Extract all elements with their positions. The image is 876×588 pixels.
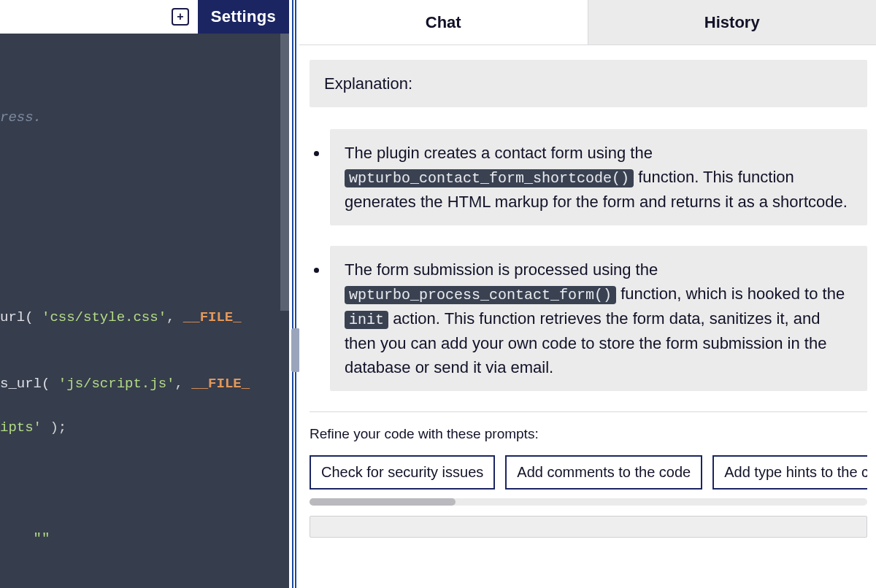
code-line <box>0 217 289 239</box>
inline-code: wpturbo_contact_form_shortcode() <box>345 169 634 187</box>
code-line <box>0 461 289 483</box>
code-line: s_url( 'js/script.js', __FILE_ <box>0 373 289 395</box>
code-line: url( 'css/style.css', __FILE_ <box>0 306 289 328</box>
explanation-item: The form submission is processed using t… <box>328 246 867 391</box>
refine-prompt-button[interactable]: Add type hints to the code <box>712 455 867 490</box>
section-divider <box>310 411 867 412</box>
explanation-text: The plugin creates a contact form using … <box>330 129 867 225</box>
code-line: ress. <box>0 107 289 128</box>
inline-code: init <box>345 311 388 329</box>
code-editor-body[interactable]: ress. url( 'css/style.css', __FILE_ s_ur… <box>0 34 289 588</box>
inline-code: wpturbo_process_contact_form() <box>345 286 616 304</box>
code-line <box>0 439 289 461</box>
explanation-text: The form submission is processed using t… <box>330 246 867 391</box>
refine-prompt-button[interactable]: Check for security issues <box>310 455 495 490</box>
plus-icon: + <box>172 8 189 26</box>
code-editor-panel: + Settings ress. url( 'css/style.css', _… <box>0 0 289 588</box>
code-line <box>0 239 289 261</box>
code-line <box>0 262 289 284</box>
code-line <box>0 395 289 417</box>
refine-prompt-row: Check for security issuesAdd comments to… <box>310 455 867 490</box>
tab-history[interactable]: History <box>588 0 877 45</box>
text-run: The plugin creates a contact form using … <box>345 144 653 162</box>
explanation-list: The plugin creates a contact form using … <box>310 129 867 391</box>
text-run: The form submission is processed using t… <box>345 260 658 279</box>
text-run: function, which is hooked to the <box>616 285 845 303</box>
code-line: ipts' ); <box>0 417 289 438</box>
scrollbar-thumb[interactable] <box>310 498 456 506</box>
code-line <box>0 328 289 350</box>
chat-panel: Chat History Explanation: The plugin cre… <box>299 0 876 588</box>
editor-vertical-scrollbar[interactable] <box>280 34 289 311</box>
tab-chat[interactable]: Chat <box>299 0 588 45</box>
explanation-item: The plugin creates a contact form using … <box>328 129 867 225</box>
code-line <box>0 196 289 217</box>
code-line <box>0 484 289 506</box>
text-run: action. This function retrieves the form… <box>345 309 826 376</box>
code-line <box>0 284 289 306</box>
code-line <box>0 173 289 195</box>
add-button[interactable]: + <box>167 6 193 28</box>
code-line <box>0 350 289 372</box>
chat-tabs: Chat History <box>299 0 876 45</box>
code-line <box>0 506 289 527</box>
chat-content: Explanation: The plugin creates a contac… <box>299 45 876 588</box>
code-line <box>0 151 289 173</box>
refine-prompts-label: Refine your code with these prompts: <box>310 424 867 445</box>
code-line: "" <box>0 527 289 549</box>
prompt-horizontal-scrollbar[interactable] <box>310 498 867 506</box>
panel-resize-handle[interactable] <box>289 0 299 588</box>
code-line <box>0 128 289 150</box>
editor-toolbar: + Settings <box>0 0 289 34</box>
explanation-header: Explanation: <box>310 60 867 107</box>
refine-prompt-button[interactable]: Add comments to the code <box>505 455 702 490</box>
settings-button[interactable]: Settings <box>198 0 289 34</box>
chat-input[interactable] <box>310 516 867 538</box>
